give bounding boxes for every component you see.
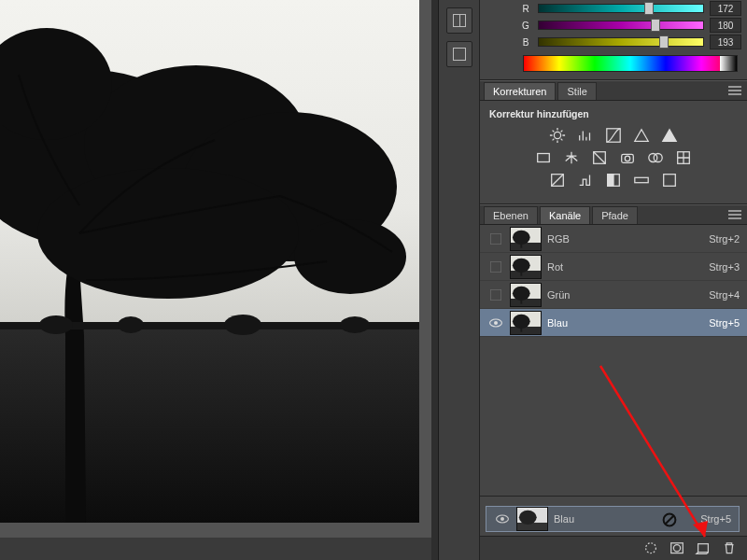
channel-row-grün[interactable]: Grün Strg+4 xyxy=(480,281,747,309)
channel-name: Grün xyxy=(547,289,703,301)
curves-icon[interactable] xyxy=(604,127,623,144)
canvas-area[interactable] xyxy=(0,0,431,538)
color-b-slider[interactable] xyxy=(538,37,704,47)
channel-shortcut: Strg+2 xyxy=(709,233,740,245)
dock-panel-icon-2[interactable] xyxy=(446,41,472,67)
channel-row-rgb[interactable]: RGB Strg+2 xyxy=(480,225,747,253)
svg-point-8 xyxy=(118,316,144,333)
svg-rect-29 xyxy=(520,242,522,247)
channel-name: Blau xyxy=(547,317,703,329)
no-drop-icon xyxy=(662,512,677,527)
panel-menu-icon[interactable] xyxy=(726,84,743,97)
svg-point-5 xyxy=(294,219,406,294)
channel-thumbnail xyxy=(510,227,542,251)
svg-point-7 xyxy=(39,315,73,334)
channel-mixer-icon[interactable] xyxy=(646,149,665,166)
channel-name: Rot xyxy=(547,261,703,273)
save-channel-mask-icon[interactable] xyxy=(669,541,685,556)
svg-rect-30 xyxy=(490,261,500,272)
vibrance-icon[interactable] xyxy=(534,149,553,166)
color-panel: R 172 G 180 B 193 xyxy=(480,0,747,80)
channel-row-rot[interactable]: Rot Strg+3 xyxy=(480,253,747,281)
channel-shortcut: Strg+3 xyxy=(709,261,740,273)
brightness-icon[interactable] xyxy=(548,127,567,144)
svg-point-55 xyxy=(673,545,680,552)
svg-point-38 xyxy=(513,286,530,300)
svg-rect-45 xyxy=(520,326,522,331)
channel-drag-ghost: Blau Strg+5 xyxy=(486,506,740,532)
adjustments-panel: Korrekturen Stile Korrektur hinzufügen xyxy=(480,80,747,204)
svg-rect-35 xyxy=(490,289,500,300)
svg-rect-32 xyxy=(511,270,541,277)
svg-rect-24 xyxy=(664,175,676,187)
exposure-filled-icon[interactable] xyxy=(660,127,679,144)
visibility-toggle[interactable] xyxy=(487,315,504,331)
tab-stile[interactable]: Stile xyxy=(557,82,596,100)
color-g-value[interactable]: 180 xyxy=(710,18,741,33)
channel-thumbnail xyxy=(510,311,542,335)
photo-filter-icon[interactable] xyxy=(618,149,637,166)
svg-point-28 xyxy=(513,230,530,244)
svg-point-3 xyxy=(37,168,299,299)
svg-point-10 xyxy=(340,316,370,333)
load-selection-icon[interactable] xyxy=(642,541,659,556)
svg-point-44 xyxy=(513,314,530,328)
svg-line-52 xyxy=(665,515,674,525)
canvas-image xyxy=(0,0,419,523)
eye-icon xyxy=(494,511,511,527)
visibility-toggle[interactable] xyxy=(487,231,504,247)
svg-rect-25 xyxy=(490,233,500,244)
color-r-label: R xyxy=(519,4,532,14)
svg-rect-49 xyxy=(517,523,547,530)
spectrum-ramp[interactable] xyxy=(523,55,738,72)
new-channel-icon[interactable] xyxy=(695,541,712,556)
trash-icon[interactable] xyxy=(721,541,738,556)
svg-rect-43 xyxy=(511,326,541,333)
svg-point-47 xyxy=(500,517,504,521)
tab-pfade[interactable]: Pfade xyxy=(592,206,638,224)
channel-name: RGB xyxy=(547,233,703,245)
color-r-slider[interactable] xyxy=(538,4,704,13)
document-canvas[interactable] xyxy=(0,0,419,523)
exposure-icon[interactable] xyxy=(632,127,651,144)
svg-rect-23 xyxy=(635,177,648,182)
posterize-icon[interactable] xyxy=(576,172,595,189)
threshold-icon[interactable] xyxy=(604,172,623,189)
svg-point-33 xyxy=(513,258,530,272)
channels-panel-menu-icon[interactable] xyxy=(726,208,743,221)
channel-shortcut: Strg+4 xyxy=(709,289,740,301)
ghost-channel-shortcut: Strg+5 xyxy=(700,513,731,525)
color-b-label: B xyxy=(519,37,532,48)
svg-point-11 xyxy=(554,132,560,138)
color-r-value[interactable]: 172 xyxy=(710,1,741,16)
visibility-toggle[interactable] xyxy=(487,259,504,275)
color-g-slider[interactable] xyxy=(538,21,704,30)
svg-point-53 xyxy=(646,543,656,553)
color-b-value[interactable]: 193 xyxy=(710,35,741,49)
invert-icon[interactable] xyxy=(548,172,567,189)
channel-thumbnail xyxy=(510,283,542,307)
svg-rect-39 xyxy=(520,298,522,303)
tab-korrekturen[interactable]: Korrekturen xyxy=(484,82,556,100)
svg-rect-37 xyxy=(511,298,541,305)
channel-row-blau[interactable]: Blau Strg+5 xyxy=(480,309,747,337)
svg-point-18 xyxy=(654,154,662,162)
visibility-toggle[interactable] xyxy=(487,287,504,303)
svg-rect-27 xyxy=(511,242,541,249)
selective-color-icon[interactable] xyxy=(660,172,679,189)
levels-icon[interactable] xyxy=(576,127,595,144)
tab-kanaele[interactable]: Kanäle xyxy=(540,206,590,224)
color-balance-icon[interactable] xyxy=(562,149,581,166)
gradient-map-icon[interactable] xyxy=(632,172,651,189)
svg-point-41 xyxy=(494,321,498,325)
dock-panel-icon-1[interactable] xyxy=(446,7,472,34)
color-lookup-icon[interactable] xyxy=(674,149,693,166)
svg-rect-22 xyxy=(608,175,613,187)
svg-rect-56 xyxy=(698,544,709,553)
svg-rect-13 xyxy=(538,154,550,162)
adjustments-subtitle: Korrektur hinzufügen xyxy=(489,108,738,119)
tab-ebenen[interactable]: Ebenen xyxy=(484,206,538,224)
bw-icon[interactable] xyxy=(590,149,609,166)
color-g-label: G xyxy=(519,21,532,31)
svg-point-50 xyxy=(519,511,537,525)
